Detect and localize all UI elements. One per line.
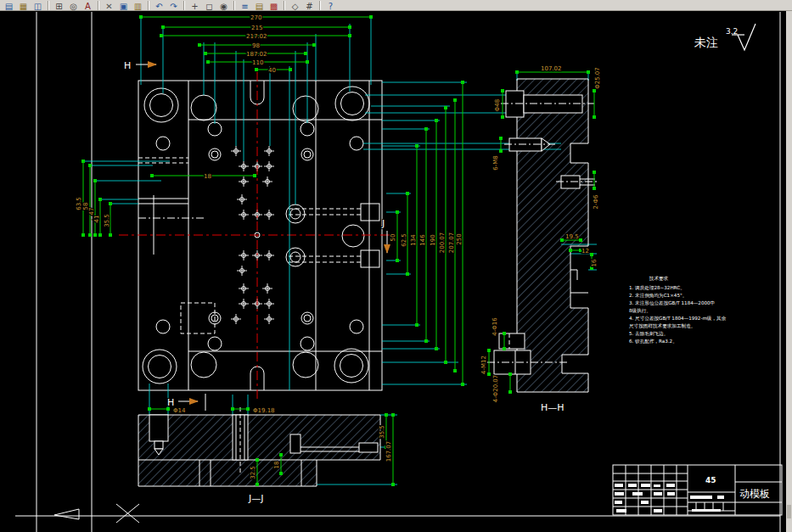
- material-grade: 45: [705, 476, 716, 484]
- scrollbar-thumb[interactable]: [787, 505, 791, 518]
- dim-label: 200.07: [439, 232, 446, 254]
- note-line: 8级执行。: [629, 308, 651, 314]
- sheet-frame: [15, 12, 780, 532]
- dim-label: 98: [252, 42, 260, 49]
- note-line: 6. 铰孔配作，Ra3.2。: [629, 339, 677, 344]
- note-line: 1. 调质处理28~32HRC。: [629, 285, 685, 291]
- dim-label: 35.5: [104, 214, 110, 227]
- dim-label: Φ19.18: [253, 407, 275, 414]
- dim-label: 63.5: [76, 197, 82, 210]
- dim-label: 12: [581, 248, 589, 255]
- dim-label: 215: [251, 25, 262, 31]
- section-title-hh: H—H: [541, 402, 565, 413]
- dim-label: 4-Φ16: [491, 317, 498, 336]
- dims-left: 63.5 58 47 41 35.5: [76, 161, 110, 235]
- dim-label: 107.02: [541, 65, 562, 72]
- section-title-jj: J—J: [248, 493, 264, 504]
- dim-label: 50: [390, 234, 396, 242]
- dim-label: 4-Φ20.07: [492, 375, 499, 403]
- dim-label: 2-Φ6: [593, 194, 599, 209]
- note-line: 2. 未注倒角均为C1×45°。: [629, 293, 687, 299]
- dim-label: 4-M12: [480, 356, 487, 374]
- note-line: 5. 去除毛刺飞边。: [629, 331, 668, 337]
- ucs-icon: [54, 504, 139, 523]
- dim-label: 187.02: [246, 51, 267, 58]
- dim-label: 16: [591, 259, 598, 266]
- notes-title: 技术要求: [649, 276, 669, 282]
- jj-section-view: Φ14 Φ19.18 32.5 18 35.5 167.07 J—J: [138, 407, 393, 504]
- dim-label: 19.5: [565, 233, 579, 240]
- dim-label: 167.07: [385, 441, 392, 462]
- dim-label: 110: [252, 59, 263, 66]
- dim-label: 62.5: [401, 233, 407, 247]
- dim-label: 18: [204, 173, 211, 180]
- note-line: 尺寸按图样技术要求加工制造。: [629, 323, 695, 329]
- dim-label: 41: [93, 216, 100, 223]
- note-line: 3. 未注形位公差按GB/T 1184—2000中: [629, 300, 715, 305]
- surface-roughness-note: 未注 3.2: [694, 24, 755, 50]
- main-view: [119, 72, 392, 399]
- note-line: 4. 尺寸公差按GB/T 1804—1992-m级，其余: [629, 316, 727, 322]
- dim-label: 217.02: [246, 33, 267, 40]
- dim-label: 32.5: [250, 466, 256, 479]
- dim-label: 207.07: [448, 232, 455, 254]
- right-edge-strip[interactable]: [786, 11, 792, 532]
- drawing-canvas[interactable]: 270 215 217.02 98 187.02 110 40 63.5 58 …: [0, 0, 792, 532]
- section-letter-j: J: [381, 218, 385, 229]
- dim-center: 18: [152, 173, 255, 180]
- dim-label: Φ14: [173, 407, 186, 414]
- title-block: 45 动模板: [613, 465, 782, 515]
- section-letter-h-top: H: [124, 60, 131, 71]
- dim-label: 270: [250, 14, 261, 21]
- dim-label: Φ25.07: [594, 67, 601, 89]
- dims-right: 50 62.5 134 146 190 200.07 207.07 250: [390, 82, 463, 384]
- dim-label: 190: [430, 234, 436, 245]
- dim-label: 146: [419, 234, 426, 246]
- hh-section-view: 107.02 Φ48 Φ25.07 6-M8 19.5 12 16 2-Φ6 4…: [480, 65, 601, 413]
- dim-label: 47: [88, 208, 95, 216]
- part-name: 动模板: [739, 488, 770, 500]
- unnoted-label: 未注: [694, 36, 718, 49]
- dim-label: 40: [268, 67, 276, 74]
- dim-label: 18: [273, 462, 280, 469]
- dim-label: 35.5: [379, 425, 385, 439]
- dims-top: 270 215 217.02 98 187.02 110 40: [141, 14, 371, 74]
- cad-window: ▤▦◫⊞◎A✕▣▥↶↷+◻◉≡▤▩◇#?: [0, 0, 792, 532]
- dim-label: 134: [410, 234, 417, 246]
- dim-label: Φ48: [494, 99, 501, 111]
- technical-notes: 技术要求 1. 调质处理28~32HRC。 2. 未注倒角均为C1×45°。 3…: [629, 276, 727, 344]
- dim-label: 250: [456, 233, 463, 244]
- dim-label: 6-M8: [492, 155, 499, 170]
